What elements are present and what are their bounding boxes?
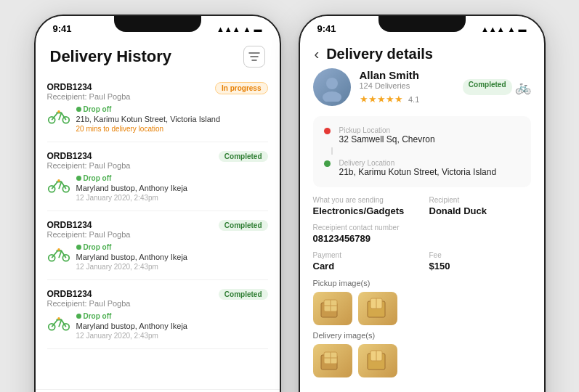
svg-point-13 xyxy=(62,324,69,330)
order-id-4: ORDB1234 xyxy=(47,289,131,299)
pickup-image-1 xyxy=(313,292,352,325)
wifi-icon-right: ▲ xyxy=(508,25,516,33)
driver-rating: 4.1 xyxy=(408,95,419,104)
time-1: 20 mins to delivery location xyxy=(76,125,268,133)
delivery-address: 21b, Karimu Kotun Street, Victoria Islan… xyxy=(339,167,497,177)
time-right: 9:41 xyxy=(317,23,336,34)
pickup-images-label: Pickup image(s) xyxy=(313,279,531,287)
details-header: ‹ Delivery details xyxy=(300,37,544,68)
time-left: 9:41 xyxy=(53,23,72,34)
battery-icon: ▬ xyxy=(254,25,262,33)
fee-label: Fee xyxy=(429,251,531,259)
driver-deliveries: 124 Deliveries xyxy=(360,81,454,90)
bike-icon-2 xyxy=(47,174,70,195)
svg-point-5 xyxy=(57,110,60,113)
delivery-location-label: Delivery Location xyxy=(339,159,497,167)
date-2: 12 January 2020, 2:43pm xyxy=(76,194,268,202)
recipient-3: Receipient: Paul Pogba xyxy=(47,230,131,239)
details-screen: ‹ Delivery details Allan Smith 124 Deliv… xyxy=(300,37,544,392)
notch-right xyxy=(378,16,466,32)
delivery-card-4[interactable]: ORDB1234 Receipient: Paul Pogba Complete… xyxy=(47,280,268,349)
delivery-images-row xyxy=(313,344,531,377)
badge-2: Completed xyxy=(219,151,268,162)
delivery-card-1[interactable]: ORDB1234 Receipient: Paul Pogba In progr… xyxy=(47,73,268,142)
driver-completed-badge: Completed xyxy=(463,79,512,95)
order-id-2: ORDB1234 xyxy=(47,151,131,161)
left-phone: 9:41 ▲▲▲ ▲ ▬ Delivery History O xyxy=(34,15,281,392)
pickup-address: 32 Samwell Sq, Chevron xyxy=(339,134,435,144)
recipient-col: Recipient Donald Duck xyxy=(429,196,531,216)
driver-badges: Completed 🚲 xyxy=(463,79,531,95)
payment-value: Card xyxy=(313,261,415,271)
history-title: Delivery History xyxy=(50,47,172,66)
dropoff-label-3: Drop off xyxy=(76,243,268,251)
recipient-2: Receipient: Paul Pogba xyxy=(47,161,131,170)
driver-card: Allan Smith 124 Deliveries ★★★★★ 4.1 Com… xyxy=(313,68,531,106)
badge-4: Completed xyxy=(219,289,268,300)
date-4: 12 January 2020, 2:43pm xyxy=(76,332,268,340)
delivery-dot xyxy=(324,160,331,167)
bike-icon-3 xyxy=(47,243,70,264)
pickup-images-row xyxy=(313,292,531,325)
svg-point-14 xyxy=(57,317,60,320)
svg-point-10 xyxy=(62,255,69,261)
delivery-card-3[interactable]: ORDB1234 Receipient: Paul Pogba Complete… xyxy=(47,211,268,280)
pickup-row: Pickup Location 32 Samwell Sq, Chevron xyxy=(322,123,522,147)
pickup-location-label: Pickup Location xyxy=(339,126,435,134)
payment-label: Payment xyxy=(313,251,415,259)
battery-icon-right: ▬ xyxy=(519,25,527,33)
fee-col: Fee $150 xyxy=(429,251,531,271)
avatar-image xyxy=(313,68,351,106)
delivery-images-label: Delivery image(s) xyxy=(313,331,531,340)
details-content: Allan Smith 124 Deliveries ★★★★★ 4.1 Com… xyxy=(300,68,544,392)
svg-point-8 xyxy=(57,179,60,182)
recipient-1: Receipient: Paul Pogba xyxy=(47,92,131,101)
history-header: Delivery History xyxy=(36,37,280,73)
svg-point-11 xyxy=(57,248,60,251)
wifi-icon: ▲ xyxy=(243,25,251,33)
recipient-4: Receipient: Paul Pogba xyxy=(47,299,131,308)
payment-col: Payment Card xyxy=(313,251,415,271)
badge-1: In progress xyxy=(215,82,267,94)
address-3: Maryland bustop, Anthony Ikeja xyxy=(76,253,268,261)
contact-block: Receipient contact number 08123456789 xyxy=(313,224,531,244)
bike-icon-4 xyxy=(47,312,70,332)
recipient-col-label: Recipient xyxy=(429,196,531,204)
location-block: Pickup Location 32 Samwell Sq, Chevron D… xyxy=(313,116,531,187)
badge-3: Completed xyxy=(219,220,268,231)
signal-icon-right: ▲▲▲ xyxy=(481,25,505,33)
order-id-3: ORDB1234 xyxy=(47,220,131,230)
back-button[interactable]: ‹ xyxy=(315,46,320,62)
driver-info: Allan Smith 124 Deliveries ★★★★★ 4.1 xyxy=(360,69,454,105)
dropoff-label-2: Drop off xyxy=(76,174,268,182)
contact-label: Receipient contact number xyxy=(313,224,531,232)
address-2: Maryland bustop, Anthony Ikeja xyxy=(76,184,268,192)
delivery-image-2 xyxy=(358,344,397,377)
payment-row: Payment Card Fee $150 xyxy=(313,251,531,271)
driver-bike-icon: 🚲 xyxy=(515,79,531,95)
address-4: Maryland bustop, Anthony Ikeja xyxy=(76,322,268,330)
order-id-1: ORDB1234 xyxy=(47,82,131,92)
svg-point-15 xyxy=(326,78,338,89)
dropoff-label-4: Drop off xyxy=(76,312,268,320)
sending-recipient-row: What you are sending Electronics/Gadgets… xyxy=(313,196,531,216)
what-sending-col: What you are sending Electronics/Gadgets xyxy=(313,196,415,216)
filter-button[interactable] xyxy=(243,46,265,68)
contact-value: 08123456789 xyxy=(313,233,531,244)
driver-stars: ★★★★★ xyxy=(360,94,403,105)
driver-name: Allan Smith xyxy=(360,69,454,81)
bottom-nav-left: ⌂ Home ⊞ History 👤 Profile xyxy=(36,389,280,392)
pickup-images-section: Pickup image(s) xyxy=(313,279,531,325)
date-3: 12 January 2020, 2:43pm xyxy=(76,263,268,271)
svg-point-16 xyxy=(323,91,341,102)
delivery-card-2[interactable]: ORDB1234 Receipient: Paul Pogba Complete… xyxy=(47,142,268,211)
delivery-image-1 xyxy=(313,344,352,377)
delivery-row: Delivery Location 21b, Karimu Kotun Stre… xyxy=(322,156,522,180)
driver-avatar xyxy=(313,68,351,106)
right-phone: 9:41 ▲▲▲ ▲ ▬ ‹ Delivery details xyxy=(299,15,546,392)
details-title: Delivery details xyxy=(326,46,433,62)
what-sending-value: Electronics/Gadgets xyxy=(313,205,415,216)
delivery-images-section: Delivery image(s) xyxy=(313,331,531,377)
bike-icon-1 xyxy=(47,105,70,126)
svg-point-4 xyxy=(62,117,69,123)
